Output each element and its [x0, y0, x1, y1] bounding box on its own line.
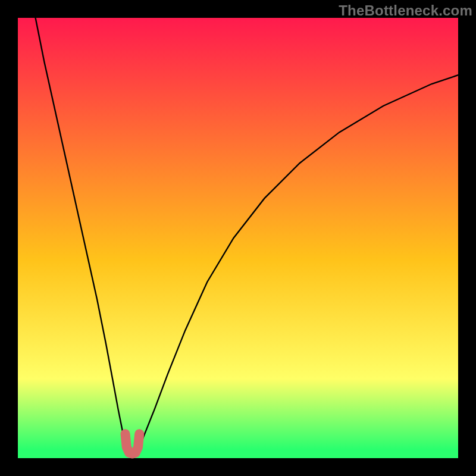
chart-frame: TheBottleneck.com [0, 0, 476, 476]
chart-svg [18, 18, 458, 458]
plot-area [18, 18, 458, 458]
watermark-text: TheBottleneck.com [339, 2, 472, 19]
